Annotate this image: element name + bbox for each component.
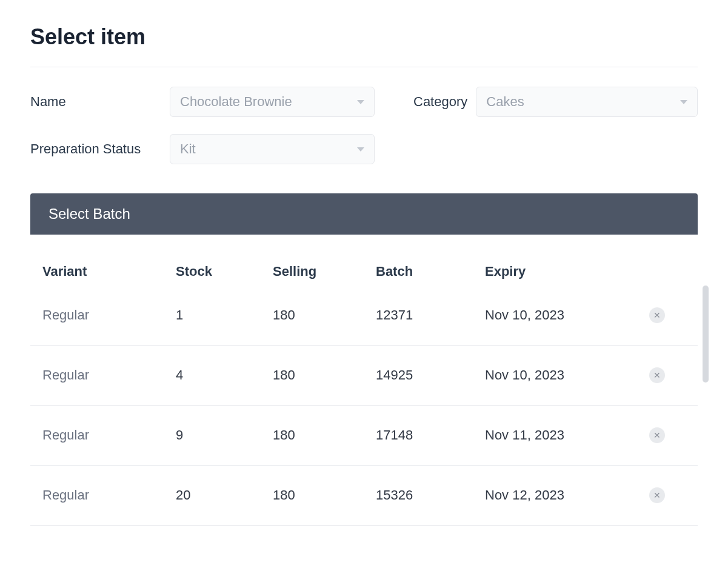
table-row[interactable]: Regular 9 180 17148 Nov 11, 2023 ✕ [30,406,698,466]
close-icon: ✕ [653,430,661,440]
cell-stock: 1 [176,307,273,323]
prep-status-select-value: Kit [180,141,196,157]
col-variant: Variant [42,264,176,279]
cell-batch: 17148 [376,427,485,443]
section-header: Select Batch [30,193,698,235]
cell-stock: 4 [176,367,273,383]
remove-row-button[interactable]: ✕ [649,307,665,323]
cell-variant: Regular [42,367,176,383]
name-select[interactable]: Chocolate Brownie [170,87,375,117]
cell-selling: 180 [273,487,376,503]
table-row[interactable]: Regular 20 180 15326 Nov 12, 2023 ✕ [30,466,698,526]
prep-status-label: Preparation Status [30,141,170,157]
batch-table: Variant Stock Selling Batch Expiry Regul… [30,235,698,526]
cell-selling: 180 [273,307,376,323]
cell-expiry: Nov 11, 2023 [485,427,649,443]
close-icon: ✕ [653,310,661,320]
remove-row-button[interactable]: ✕ [649,487,665,503]
cell-selling: 180 [273,367,376,383]
remove-row-button[interactable]: ✕ [649,427,665,443]
cell-batch: 12371 [376,307,485,323]
chevron-down-icon [357,100,364,104]
category-select-value: Cakes [486,94,524,110]
cell-expiry: Nov 10, 2023 [485,367,649,383]
cell-stock: 9 [176,427,273,443]
chevron-down-icon [357,147,364,152]
cell-stock: 20 [176,487,273,503]
filters-section: Name Chocolate Brownie Category Cakes Pr… [30,87,698,164]
table-row[interactable]: Regular 4 180 14925 Nov 10, 2023 ✕ [30,346,698,406]
scrollbar[interactable] [703,271,709,526]
prep-status-select[interactable]: Kit [170,134,375,164]
name-label: Name [30,94,170,110]
category-select[interactable]: Cakes [476,87,698,117]
cell-variant: Regular [42,427,176,443]
col-expiry: Expiry [485,264,649,279]
col-selling: Selling [273,264,376,279]
col-batch: Batch [376,264,485,279]
name-select-value: Chocolate Brownie [180,94,292,110]
cell-variant: Regular [42,487,176,503]
close-icon: ✕ [653,490,661,500]
cell-batch: 15326 [376,487,485,503]
chevron-down-icon [680,100,687,104]
table-row[interactable]: Regular 1 180 12371 Nov 10, 2023 ✕ [30,296,698,346]
cell-selling: 180 [273,427,376,443]
page-title: Select item [30,24,698,50]
cell-expiry: Nov 12, 2023 [485,487,649,503]
close-icon: ✕ [653,370,661,380]
category-label: Category [375,94,467,110]
cell-batch: 14925 [376,367,485,383]
table-header: Variant Stock Selling Batch Expiry [30,235,698,296]
divider [30,67,698,67]
table-body: Regular 1 180 12371 Nov 10, 2023 ✕ Regul… [30,296,698,526]
cell-variant: Regular [42,307,176,323]
cell-expiry: Nov 10, 2023 [485,307,649,323]
remove-row-button[interactable]: ✕ [649,367,665,383]
col-stock: Stock [176,264,273,279]
scrollbar-thumb[interactable] [703,286,709,383]
